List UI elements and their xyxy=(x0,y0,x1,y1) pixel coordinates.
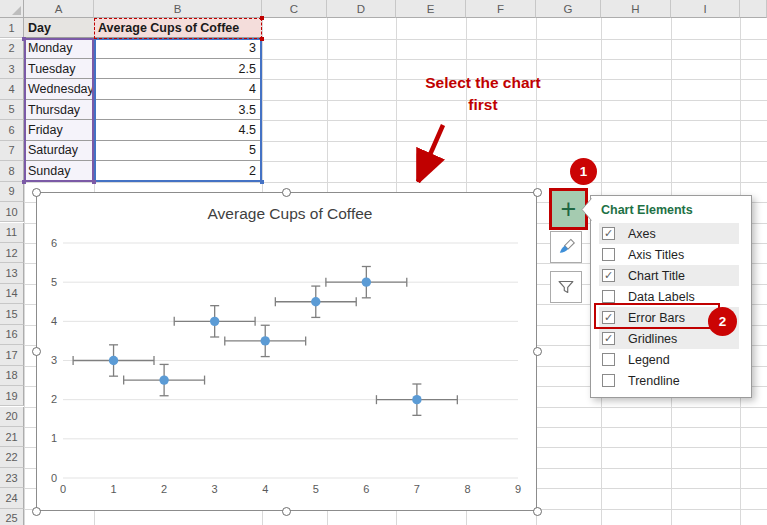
row-header-7[interactable]: 7 xyxy=(0,141,24,161)
chart-title-checkbox[interactable]: ✓ xyxy=(602,269,615,282)
chart-elements-item-axis-titles[interactable]: Axis Titles xyxy=(599,244,739,265)
cell-value-friday[interactable]: 4.5 xyxy=(94,120,262,140)
error-bars-label[interactable]: Error Bars xyxy=(628,311,685,325)
cell-a1-day-header[interactable]: Day xyxy=(24,18,94,38)
row-header-11[interactable]: 11 xyxy=(0,223,24,243)
chart-resize-handle[interactable] xyxy=(533,507,542,516)
row-header-18[interactable]: 18 xyxy=(0,366,24,386)
select-all-corner[interactable] xyxy=(0,0,24,18)
range-handle[interactable] xyxy=(260,180,264,184)
row-header-16[interactable]: 16 xyxy=(0,325,24,345)
gridlines-label[interactable]: Gridlines xyxy=(628,332,677,346)
row-header-22[interactable]: 22 xyxy=(0,447,24,467)
cell-day-wednesday[interactable]: Wednesday xyxy=(24,79,94,99)
cell-value-saturday[interactable]: 5 xyxy=(94,141,262,161)
data-labels-checkbox[interactable] xyxy=(602,290,615,303)
scatter-chart[interactable]: 01234560123456789Average Cups of Coffee xyxy=(36,192,537,511)
axis-titles-checkbox[interactable] xyxy=(602,248,615,261)
column-header-h[interactable]: H xyxy=(601,0,671,18)
chart-resize-handle[interactable] xyxy=(533,188,542,197)
cell-day-thursday[interactable]: Thursday xyxy=(24,100,94,120)
chart-resize-handle[interactable] xyxy=(32,507,41,516)
gridlines-checkbox[interactable]: ✓ xyxy=(602,332,615,345)
row-header-10[interactable]: 10 xyxy=(0,202,24,222)
cell-value-tuesday[interactable]: 2.5 xyxy=(94,59,262,79)
trendline-checkbox[interactable] xyxy=(602,374,615,387)
cell-day-sunday[interactable]: Sunday xyxy=(24,161,94,181)
row-header-8[interactable]: 8 xyxy=(0,161,24,181)
row-header-14[interactable]: 14 xyxy=(0,284,24,304)
row-header-12[interactable]: 12 xyxy=(0,243,24,263)
chart-elements-item-data-labels[interactable]: Data Labels xyxy=(599,286,739,307)
chart-resize-handle[interactable] xyxy=(32,347,41,356)
row-header-2[interactable]: 2 xyxy=(0,39,24,59)
chart-elements-item-trendline[interactable]: Trendline xyxy=(599,370,739,391)
cell-day-tuesday[interactable]: Tuesday xyxy=(24,59,94,79)
axes-label[interactable]: Axes xyxy=(628,227,656,241)
data-point xyxy=(210,317,219,326)
column-header-b[interactable]: B xyxy=(94,0,262,18)
row-header-13[interactable]: 13 xyxy=(0,263,24,283)
cell-value-wednesday[interactable]: 4 xyxy=(94,79,262,99)
row-header-19[interactable]: 19 xyxy=(0,386,24,406)
svg-text:5: 5 xyxy=(51,276,57,288)
range-handle[interactable] xyxy=(22,37,26,41)
row-header-21[interactable]: 21 xyxy=(0,427,24,447)
range-handle[interactable] xyxy=(92,180,96,184)
data-point xyxy=(311,297,320,306)
svg-text:7: 7 xyxy=(414,483,420,495)
column-header-c[interactable]: C xyxy=(262,0,327,18)
axis-titles-label[interactable]: Axis Titles xyxy=(628,248,684,262)
cell-day-saturday[interactable]: Saturday xyxy=(24,141,94,161)
chart-resize-handle[interactable] xyxy=(533,347,542,356)
chart-filters-button[interactable] xyxy=(550,271,582,303)
row-header-5[interactable]: 5 xyxy=(0,100,24,120)
column-header-e[interactable]: E xyxy=(396,0,466,18)
data-point xyxy=(261,336,270,345)
column-header-d[interactable]: D xyxy=(327,0,396,18)
column-header-f[interactable]: F xyxy=(466,0,536,18)
chart-elements-item-legend[interactable]: Legend xyxy=(599,349,739,370)
svg-text:1: 1 xyxy=(51,432,57,444)
row-header-15[interactable]: 15 xyxy=(0,304,24,324)
chart-resize-handle[interactable] xyxy=(282,507,291,516)
data-point xyxy=(412,395,421,404)
column-header-g[interactable]: G xyxy=(536,0,601,18)
chart-resize-handle[interactable] xyxy=(282,188,291,197)
cell-value-sunday[interactable]: 2 xyxy=(94,161,262,181)
chart-elements-item-axes[interactable]: ✓Axes xyxy=(599,223,739,244)
paintbrush-icon xyxy=(555,236,577,258)
row-header-23[interactable]: 23 xyxy=(0,468,24,488)
row-header-25[interactable]: 25 xyxy=(0,509,24,525)
row-header-20[interactable]: 20 xyxy=(0,407,24,427)
row-header-3[interactable]: 3 xyxy=(0,59,24,79)
column-header-partial[interactable] xyxy=(740,0,767,18)
chart-styles-button[interactable] xyxy=(550,231,582,263)
cell-value-thursday[interactable]: 3.5 xyxy=(94,100,262,120)
row-header-1[interactable]: 1 xyxy=(0,18,24,38)
trendline-label[interactable]: Trendline xyxy=(628,374,680,388)
range-handle[interactable] xyxy=(22,180,26,184)
chart-title-label[interactable]: Chart Title xyxy=(628,269,685,283)
column-header-i[interactable]: I xyxy=(671,0,740,18)
cell-day-friday[interactable]: Friday xyxy=(24,120,94,140)
cell-value-monday[interactable]: 3 xyxy=(94,39,262,59)
chart-title: Average Cups of Coffee xyxy=(208,205,373,222)
column-header-a[interactable]: A xyxy=(24,0,94,18)
data-labels-label[interactable]: Data Labels xyxy=(628,290,695,304)
axes-checkbox[interactable]: ✓ xyxy=(602,227,615,240)
row-header-24[interactable]: 24 xyxy=(0,488,24,508)
row-header-17[interactable]: 17 xyxy=(0,345,24,365)
chart-elements-item-chart-title[interactable]: ✓Chart Title xyxy=(599,265,739,286)
cell-b1-series-header[interactable]: Average Cups of Coffee xyxy=(94,18,262,38)
row-header-6[interactable]: 6 xyxy=(0,120,24,140)
range-handle[interactable] xyxy=(260,16,264,20)
legend-label[interactable]: Legend xyxy=(628,353,670,367)
legend-checkbox[interactable] xyxy=(602,353,615,366)
chart-resize-handle[interactable] xyxy=(32,188,41,197)
error-bars-checkbox[interactable]: ✓ xyxy=(602,311,615,324)
range-handle[interactable] xyxy=(260,37,264,41)
row-header-4[interactable]: 4 xyxy=(0,79,24,99)
row-header-9[interactable]: 9 xyxy=(0,182,24,202)
cell-day-monday[interactable]: Monday xyxy=(24,39,94,59)
